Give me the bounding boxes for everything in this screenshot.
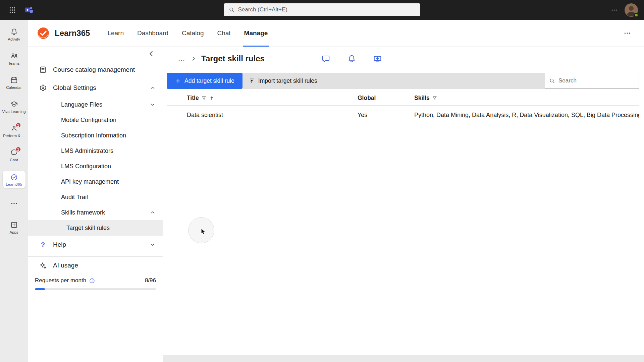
- rail-item-label: Activity: [8, 37, 20, 41]
- tab-label: Catalog: [182, 29, 204, 37]
- bell-icon: [10, 28, 18, 36]
- column-label: Title: [187, 95, 199, 102]
- page-title: Target skill rules: [201, 54, 265, 63]
- ai-usage-row: AI usage: [28, 257, 163, 274]
- sidebar-collapse-row: [28, 47, 163, 61]
- rail-item-perform[interactable]: 1 Perform & ...: [0, 119, 28, 143]
- sort-ascending-icon[interactable]: [209, 96, 214, 101]
- sidebar-item-course-catalog-management[interactable]: Course catalog management: [28, 61, 163, 79]
- sidebar-item-language-files[interactable]: Language Files: [28, 97, 163, 112]
- breadcrumb-more-icon[interactable]: …: [178, 57, 186, 60]
- tab-manage[interactable]: Manage: [237, 20, 275, 47]
- sidebar-item-label: LMS Configuration: [61, 163, 111, 170]
- filter-icon[interactable]: [432, 96, 437, 101]
- column-header-title[interactable]: Title: [187, 95, 358, 102]
- ellipsis-icon: [10, 199, 18, 207]
- rail-item-viva-learning[interactable]: Viva Learning: [0, 95, 28, 119]
- avatar[interactable]: [625, 3, 638, 17]
- tab-learn[interactable]: Learn: [101, 20, 130, 47]
- sidebar-item-label: LMS Administrators: [61, 147, 113, 155]
- rail-item-teams[interactable]: Teams: [0, 47, 28, 71]
- column-header-skills[interactable]: Skills: [414, 95, 639, 102]
- app-header: Learn365 Learn Dashboard Catalog Chat Ma…: [28, 20, 644, 47]
- sidebar-item-mobile-configuration[interactable]: Mobile Configuration: [28, 112, 163, 128]
- chevron-down-icon: [150, 102, 156, 108]
- sparkle-icon: [39, 261, 47, 269]
- present-screen-icon[interactable]: [373, 54, 382, 63]
- graduation-cap-icon: [10, 100, 18, 108]
- add-button-label: Add target skill rule: [184, 77, 234, 84]
- sidebar-item-help[interactable]: ? Help: [28, 236, 163, 254]
- sidebar-item-skills-framework[interactable]: Skills framework: [28, 205, 163, 220]
- sidebar-item-label: Course catalog management: [53, 66, 135, 73]
- app-frame-bottom-strip: [163, 355, 644, 362]
- column-label: Global: [358, 95, 376, 102]
- rail-item-chat[interactable]: 1 Chat: [0, 143, 28, 167]
- chevron-up-icon: [150, 85, 156, 91]
- page-title-actions: [321, 54, 382, 63]
- toolbar: Add target skill rule Import target skil…: [167, 73, 639, 89]
- ai-usage-label: AI usage: [53, 262, 78, 269]
- comments-icon[interactable]: [321, 54, 330, 63]
- tab-label: Manage: [244, 29, 268, 37]
- more-options-icon[interactable]: [610, 6, 618, 14]
- mouse-cursor-icon: [199, 228, 207, 236]
- rail-item-label: Apps: [9, 230, 18, 234]
- chevron-up-icon: [150, 209, 156, 216]
- gear-icon: [39, 84, 47, 92]
- global-search-input[interactable]: [238, 6, 416, 13]
- tab-chat[interactable]: Chat: [210, 20, 237, 47]
- sidebar-item-label: Target skill rules: [66, 225, 110, 232]
- tab-label: Chat: [217, 29, 230, 37]
- import-target-skill-rules-button[interactable]: Import target skill rules: [243, 73, 323, 89]
- teams-app-rail: Activity Teams Calendar Viva Learning 1 …: [0, 20, 28, 362]
- teams-logo-icon[interactable]: [25, 6, 34, 14]
- rail-item-calendar[interactable]: Calendar: [0, 71, 28, 95]
- rail-item-activity[interactable]: Activity: [0, 22, 28, 47]
- cell-skills: Python, Data Mining, Data Analysis, R, D…: [414, 112, 639, 119]
- rail-item-more-apps[interactable]: [0, 191, 28, 216]
- sidebar-item-label: Audit Trail: [61, 194, 88, 201]
- main-content: … Target skill rules: [163, 47, 644, 362]
- table-search-box[interactable]: [545, 73, 639, 89]
- sidebar-item-lms-configuration[interactable]: LMS Configuration: [28, 159, 163, 174]
- column-label: Skills: [414, 95, 430, 102]
- app-more-options-icon[interactable]: [623, 29, 631, 37]
- ai-usage-progress: [28, 288, 163, 290]
- tab-dashboard[interactable]: Dashboard: [130, 20, 175, 47]
- help-icon: ?: [39, 241, 47, 249]
- learn365-app: Learn365 Learn Dashboard Catalog Chat Ma…: [28, 20, 644, 362]
- sidebar-item-lms-administrators[interactable]: LMS Administrators: [28, 143, 163, 159]
- sidebar-item-label: API key management: [61, 178, 119, 185]
- breadcrumb: … Target skill rules: [167, 47, 639, 65]
- table-search-input[interactable]: [558, 77, 635, 84]
- learn365-logo-icon: [37, 26, 50, 40]
- sidebar-item-global-settings[interactable]: Global Settings: [28, 79, 163, 97]
- notifications-bell-icon[interactable]: [347, 54, 356, 63]
- info-icon[interactable]: [89, 278, 95, 284]
- rail-item-apps[interactable]: Apps: [0, 216, 28, 240]
- sidebar-item-target-skill-rules[interactable]: Target skill rules: [28, 220, 163, 236]
- search-icon: [229, 7, 235, 13]
- notification-badge: 1: [15, 146, 21, 152]
- rail-item-label: Chat: [10, 158, 18, 162]
- sidebar-item-label: Skills framework: [61, 209, 105, 216]
- cell-global: Yes: [358, 112, 414, 119]
- rail-item-learn365[interactable]: Learn365: [0, 167, 28, 191]
- global-search-box[interactable]: [224, 3, 420, 16]
- sidebar-item-api-key-management[interactable]: API key management: [28, 174, 163, 189]
- column-header-global[interactable]: Global: [358, 95, 414, 102]
- filter-icon[interactable]: [201, 96, 207, 101]
- collapse-sidebar-icon[interactable]: [148, 50, 155, 57]
- tab-catalog[interactable]: Catalog: [175, 20, 211, 47]
- app-brand-name: Learn365: [55, 28, 90, 38]
- sidebar-item-subscription-information[interactable]: Subscription Information: [28, 128, 163, 143]
- table-row[interactable]: Data scientist Yes Python, Data Mining, …: [167, 106, 639, 125]
- add-target-skill-rule-button[interactable]: Add target skill rule: [167, 73, 243, 89]
- sidebar-item-audit-trail[interactable]: Audit Trail: [28, 189, 163, 205]
- app-launcher-icon[interactable]: [9, 6, 16, 14]
- table-header-row: Title Global Skills: [167, 91, 639, 106]
- sidebar-item-label: Global Settings: [53, 84, 96, 92]
- presence-indicator: [634, 13, 639, 17]
- app-brand[interactable]: Learn365: [37, 26, 90, 40]
